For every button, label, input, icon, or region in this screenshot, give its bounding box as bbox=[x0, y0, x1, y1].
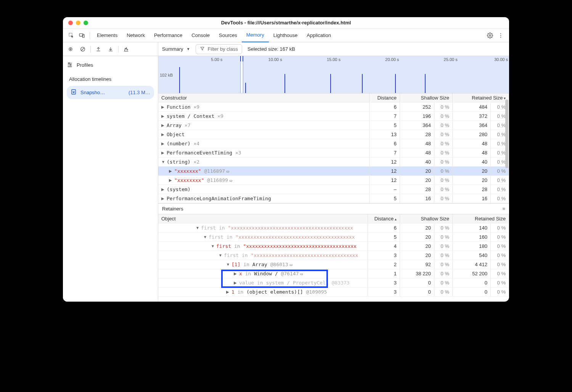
svg-point-6 bbox=[500, 37, 501, 37]
tab-network[interactable]: Network bbox=[122, 29, 149, 42]
table-row[interactable]: ▶(system)–280 %280 % bbox=[158, 185, 509, 194]
table-row[interactable]: ▶"xxxxxxxx" @116899▭12200 %200 % bbox=[158, 176, 509, 185]
col-distance-r[interactable]: Distance bbox=[368, 214, 400, 223]
table-row[interactable]: ▶Object13280 %2800 % bbox=[158, 130, 509, 139]
tab-performance[interactable]: Performance bbox=[149, 29, 187, 42]
table-row[interactable]: ▶1 in (object elements)[] @109095300 %00… bbox=[158, 288, 509, 297]
disclosure-icon[interactable]: ▼ bbox=[219, 253, 222, 257]
disclosure-icon[interactable]: ▶ bbox=[234, 272, 238, 276]
disclosure-icon[interactable]: ▼ bbox=[196, 226, 199, 230]
disclosure-icon[interactable]: ▶ bbox=[234, 281, 238, 285]
table-row[interactable]: ▶"xxxxxxx" @116897▭12200 %200 % bbox=[158, 167, 509, 176]
main-toolbar: Summary ▼ Filter by class Selected size:… bbox=[158, 42, 509, 56]
svg-point-12 bbox=[69, 63, 70, 64]
constructors-table[interactable]: Constructor Distance Shallow Size Retain… bbox=[158, 93, 509, 204]
inspect-icon[interactable] bbox=[66, 30, 77, 41]
col-retained[interactable]: Retained Size bbox=[452, 93, 509, 103]
timeline-bar bbox=[245, 83, 246, 93]
separator bbox=[90, 32, 90, 39]
table-row[interactable]: ▼first in "xxxxxxxxxxxxxxxxxxxxxxxxxxxxx… bbox=[158, 233, 509, 242]
disclosure-icon[interactable]: ▶ bbox=[161, 132, 165, 137]
svg-line-10 bbox=[81, 48, 84, 51]
profiles-heading: Profiles bbox=[63, 56, 158, 72]
gc-icon[interactable] bbox=[121, 44, 132, 55]
snapshot-item[interactable]: Snapsho… (11.3 M… bbox=[67, 86, 154, 99]
popout-icon[interactable]: ▭ bbox=[300, 272, 303, 276]
tab-console[interactable]: Console bbox=[187, 29, 214, 42]
timeline-bar bbox=[179, 67, 180, 93]
table-row[interactable]: ▼first in "xxxxxxxxxxxxxxxxxxxxxxxxxxxxx… bbox=[158, 242, 509, 251]
col-retained-r[interactable]: Retained Size bbox=[452, 214, 509, 223]
summary-label: Summary bbox=[162, 46, 183, 52]
tab-sources[interactable]: Sources bbox=[214, 29, 242, 42]
table-row[interactable]: ▼first in "xxxxxxxxxxxxxxxxxxxxxxxxxxxxx… bbox=[158, 251, 509, 260]
svg-point-5 bbox=[500, 35, 501, 35]
snapshot-size: (11.3 M… bbox=[129, 90, 150, 95]
record-icon[interactable] bbox=[65, 44, 76, 55]
profiles-label: Profiles bbox=[77, 62, 93, 68]
col-shallow-r[interactable]: Shallow Size bbox=[400, 214, 452, 223]
filter-input[interactable]: Filter by class bbox=[196, 44, 242, 54]
upload-icon[interactable] bbox=[93, 44, 104, 55]
tab-application[interactable]: Application bbox=[302, 29, 336, 42]
selected-size: Selected size: 167 kB bbox=[247, 46, 295, 52]
disclosure-icon[interactable]: ▼ bbox=[161, 160, 165, 164]
disclosure-icon[interactable]: ▶ bbox=[169, 169, 173, 173]
settings-icon[interactable] bbox=[485, 30, 495, 41]
clear-icon[interactable] bbox=[77, 44, 88, 55]
tab-elements[interactable]: Elements bbox=[92, 29, 122, 42]
disclosure-icon[interactable]: ▼ bbox=[226, 262, 230, 267]
timeline-selection[interactable] bbox=[240, 56, 243, 93]
svg-point-14 bbox=[70, 64, 71, 66]
col-shallow[interactable]: Shallow Size bbox=[400, 93, 452, 103]
summary-dropdown[interactable]: Summary ▼ bbox=[162, 46, 190, 52]
table-row[interactable]: ▶(number) ×46480 %480 % bbox=[158, 139, 509, 148]
table-row[interactable]: ▶system / Context ×971960 %3720 % bbox=[158, 112, 509, 121]
timeline-bar bbox=[284, 74, 285, 93]
table-row[interactable]: ▶Function ×962520 %4840 % bbox=[158, 103, 509, 112]
disclosure-icon[interactable]: ▶ bbox=[161, 123, 165, 127]
disclosure-icon[interactable]: ▶ bbox=[161, 114, 165, 118]
popout-icon[interactable]: ▭ bbox=[227, 169, 229, 174]
disclosure-icon[interactable]: ▶ bbox=[169, 178, 173, 182]
titlebar: DevTools - file:///Users/stmarthe/x-repl… bbox=[63, 17, 509, 29]
device-icon[interactable] bbox=[77, 30, 87, 41]
chevron-down-icon: ▼ bbox=[186, 47, 190, 51]
table-row[interactable]: ▶PerformanceEventTiming ×37480 %480 % bbox=[158, 148, 509, 157]
window-title: DevTools - file:///Users/stmarthe/x-repl… bbox=[63, 20, 509, 26]
svg-point-3 bbox=[489, 35, 491, 36]
disclosure-icon[interactable]: ▼ bbox=[211, 244, 215, 248]
col-distance[interactable]: Distance bbox=[369, 93, 400, 103]
svg-point-4 bbox=[500, 33, 501, 34]
disclosure-icon[interactable]: ▶ bbox=[226, 290, 230, 294]
disclosure-icon[interactable]: ▶ bbox=[161, 105, 165, 109]
timeline-y-label: 102 kB bbox=[160, 73, 173, 77]
disclosure-icon[interactable]: ▶ bbox=[161, 196, 165, 201]
disclosure-icon[interactable]: ▶ bbox=[161, 187, 165, 191]
timeline-bar bbox=[362, 74, 363, 93]
col-constructor[interactable]: Constructor bbox=[158, 93, 369, 103]
filter-icon bbox=[200, 46, 205, 52]
table-row[interactable]: ▶x in Window / @76147▭138 2200 %52 2000 … bbox=[158, 269, 509, 278]
table-row[interactable]: ▼first in "xxxxxxxxxxxxxxxxxxxxxxxxxxxxx… bbox=[158, 223, 509, 233]
more-icon[interactable] bbox=[495, 30, 506, 41]
popout-icon[interactable]: ▭ bbox=[290, 262, 292, 267]
table-row[interactable]: ▶PerformanceLongAnimationFrameTiming5160… bbox=[158, 194, 509, 203]
popout-icon[interactable]: ▭ bbox=[230, 178, 232, 183]
scrollbar[interactable] bbox=[505, 100, 509, 210]
table-row[interactable]: ▶value in system / PropertyCell @8337330… bbox=[158, 278, 509, 288]
disclosure-icon[interactable]: ▼ bbox=[203, 235, 207, 239]
table-row[interactable]: ▼[1] in Array @86013▭2920 %4 4120 % bbox=[158, 260, 509, 269]
table-row[interactable]: ▼(string) ×212400 %400 % bbox=[158, 157, 509, 167]
table-row[interactable]: ▶Array ×753640 %3640 % bbox=[158, 121, 509, 130]
retainers-table[interactable]: Object Distance Shallow Size Retained Si… bbox=[158, 214, 509, 297]
timeline[interactable]: 5.00 s10.00 s15.00 s20.00 s25.00 s30.00 … bbox=[158, 56, 509, 93]
scroll-thumb[interactable] bbox=[505, 100, 508, 168]
disclosure-icon[interactable]: ▶ bbox=[161, 141, 165, 146]
download-icon[interactable] bbox=[105, 44, 116, 55]
disclosure-icon[interactable]: ▶ bbox=[161, 151, 165, 155]
tab-memory[interactable]: Memory bbox=[242, 29, 269, 42]
retainers-heading: Retainers ≡ bbox=[158, 204, 509, 214]
tab-lighthouse[interactable]: Lighthouse bbox=[269, 29, 302, 42]
col-object[interactable]: Object bbox=[158, 214, 368, 223]
